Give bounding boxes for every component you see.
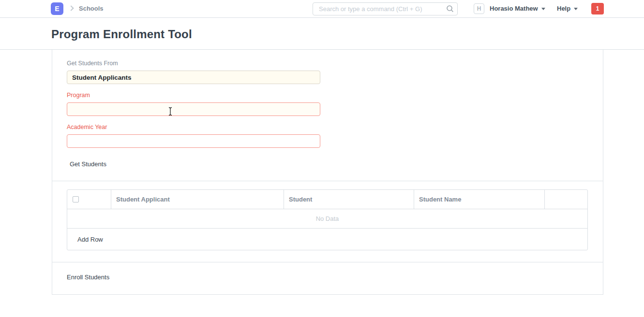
students-table: Student Applicant Student Student Name N… bbox=[67, 189, 588, 250]
column-header-student: Student bbox=[284, 190, 414, 209]
user-name: Horasio Mathew bbox=[490, 5, 538, 12]
form-layout: Get Students From Program Academic Year … bbox=[52, 50, 603, 295]
breadcrumb-schools[interactable]: Schools bbox=[79, 5, 104, 12]
select-all-checkbox[interactable] bbox=[73, 196, 79, 202]
section-actions: Enroll Students bbox=[52, 262, 603, 294]
field-program: Program bbox=[67, 92, 588, 116]
page-head: Program Enrollment Tool bbox=[0, 18, 644, 50]
global-search bbox=[313, 2, 458, 15]
notifications-badge[interactable]: 1 bbox=[591, 3, 604, 14]
get-students-from-label: Get Students From bbox=[67, 60, 588, 67]
academic-year-label: Academic Year bbox=[67, 124, 588, 130]
help-menu[interactable]: Help bbox=[557, 5, 578, 12]
program-label: Program bbox=[67, 92, 588, 99]
get-students-button[interactable]: Get Students bbox=[70, 160, 106, 168]
breadcrumb-chevron-icon bbox=[68, 5, 74, 11]
no-data-row: No Data bbox=[67, 209, 587, 229]
add-row-button[interactable]: Add Row bbox=[77, 236, 103, 243]
app-logo[interactable]: E bbox=[51, 2, 63, 15]
table-footer: Add Row bbox=[67, 229, 587, 250]
top-navbar: E Schools H Horasio Mathew Help 1 bbox=[0, 0, 644, 18]
program-input[interactable] bbox=[67, 102, 320, 116]
column-header-student-name: Student Name bbox=[414, 190, 545, 209]
get-students-from-select[interactable] bbox=[67, 71, 320, 84]
chevron-down-icon bbox=[541, 8, 545, 10]
search-input[interactable] bbox=[313, 2, 458, 15]
section-students-grid: Student Applicant Student Student Name N… bbox=[52, 181, 603, 262]
search-icon bbox=[446, 5, 454, 14]
academic-year-input[interactable] bbox=[67, 134, 320, 148]
column-header-empty bbox=[545, 190, 587, 209]
section-student-filters: Get Students From Program Academic Year … bbox=[52, 50, 603, 181]
table-header-row: Student Applicant Student Student Name bbox=[67, 190, 587, 209]
field-academic-year: Academic Year bbox=[67, 124, 588, 148]
enroll-students-button[interactable]: Enroll Students bbox=[67, 274, 109, 281]
page-title: Program Enrollment Tool bbox=[51, 28, 644, 41]
user-menu[interactable]: Horasio Mathew bbox=[490, 5, 545, 12]
chevron-down-icon bbox=[574, 8, 578, 10]
select-all-cell bbox=[67, 190, 111, 209]
column-header-student-applicant: Student Applicant bbox=[111, 190, 284, 209]
help-label: Help bbox=[557, 5, 570, 12]
field-get-students-from: Get Students From bbox=[67, 60, 588, 84]
user-avatar[interactable]: H bbox=[474, 3, 484, 14]
